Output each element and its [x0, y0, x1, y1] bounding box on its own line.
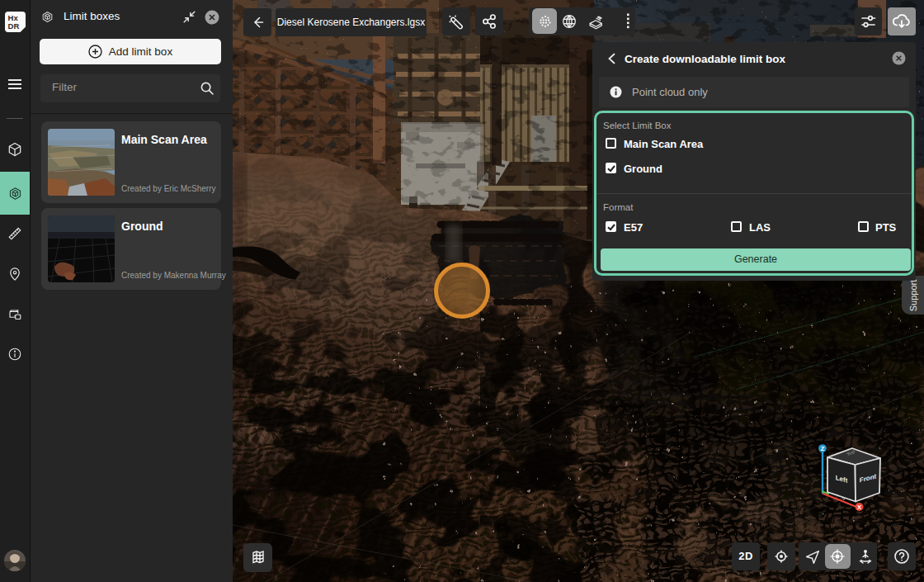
svg-text:X: X — [857, 504, 861, 511]
svg-text:Z: Z — [821, 445, 825, 452]
